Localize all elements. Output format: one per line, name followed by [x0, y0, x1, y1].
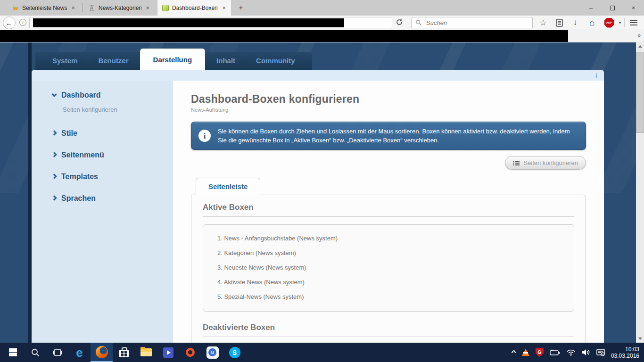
battery-icon[interactable]: [550, 349, 560, 356]
bookmark-star-icon[interactable]: ☆: [537, 17, 549, 28]
tab-separator: [82, 3, 83, 12]
uplay-icon: u: [206, 346, 219, 359]
minimize-button[interactable]: –: [580, 0, 602, 16]
redacted-url: [33, 18, 344, 27]
info-message-box: i Sie können die Boxen durch Ziehen und …: [191, 122, 586, 150]
adblock-plus-icon[interactable]: ABP: [603, 17, 615, 28]
clock-date: 03.03.2016: [611, 353, 639, 359]
acp-wrapper: System Benutzer Darstellung Inhalt Commu…: [32, 42, 604, 343]
skype-icon: S: [229, 347, 240, 358]
skype-button[interactable]: S: [223, 343, 246, 362]
jump-to-bottom-icon[interactable]: ↓: [595, 71, 599, 79]
sortable-box-item[interactable]: 3. Neueste News (News system): [217, 263, 564, 272]
tab-title: News-Kategorien auflisten...: [99, 5, 141, 11]
browser-tab-1[interactable]: w Seitenleiste Newshauptsei... ×: [8, 0, 80, 16]
action-center-icon[interactable]: [596, 349, 605, 356]
tray-expand-icon[interactable]: ^: [511, 349, 516, 356]
chevron-right-icon: [51, 173, 57, 179]
content-header-strip: ↓: [32, 70, 604, 81]
film-tv-icon: [163, 347, 173, 358]
sortable-box-item[interactable]: 5. Spezial-News (News system): [217, 293, 564, 301]
search-box[interactable]: [411, 17, 533, 28]
firefox-button-active[interactable]: [91, 343, 113, 362]
sortable-box-item[interactable]: 1. News - Anfangsbuchstabe (News system): [217, 234, 564, 243]
page-scrollbar[interactable]: [636, 42, 644, 343]
back-button[interactable]: ←: [3, 16, 16, 29]
page-info-icon[interactable]: i: [19, 19, 26, 26]
browser-tab-2[interactable]: News-Kategorien auflisten... ×: [84, 0, 155, 16]
acp-main-nav: System Benutzer Darstellung Inhalt Commu…: [35, 45, 312, 70]
close-button[interactable]: ×: [623, 0, 644, 16]
bookmarks-overflow-icon[interactable]: »: [637, 32, 641, 39]
chevron-right-icon: [51, 152, 57, 157]
vlc-icon[interactable]: [522, 349, 529, 356]
chevron-down-icon: [51, 91, 57, 97]
start-button[interactable]: [2, 343, 24, 362]
scroll-down-arrow[interactable]: [636, 335, 644, 343]
file-explorer-button[interactable]: [135, 343, 157, 362]
scrollbar-thumb[interactable]: [636, 52, 644, 133]
hamburger-icon: [630, 20, 637, 25]
clock-time: 10:03: [611, 346, 639, 353]
seiten-konfigurieren-button[interactable]: Seiten konfigurieren: [505, 156, 586, 170]
section-heading-deaktivierte-boxen: Deaktivierte Boxen: [203, 323, 574, 337]
sidebar-item-dashboard[interactable]: Dashboard: [52, 91, 173, 99]
button-row: Seiten konfigurieren: [191, 156, 586, 170]
store-button[interactable]: [113, 343, 135, 362]
taskbar-clock[interactable]: 10:03 03.03.2016: [611, 346, 639, 359]
taskbar-search-button[interactable]: [24, 343, 46, 362]
film-tv-button[interactable]: [157, 343, 179, 362]
section-heading-aktive-boxen: Aktive Boxen: [203, 203, 574, 217]
tab-seitenleiste[interactable]: Seitenleiste: [196, 178, 260, 195]
task-view-button[interactable]: [46, 343, 68, 362]
home-icon[interactable]: ⌂: [586, 17, 598, 28]
url-bar[interactable]: [29, 17, 392, 28]
uplay-button[interactable]: u: [201, 343, 223, 362]
windows-taskbar: e u S ^ G 10:03: [0, 343, 644, 362]
search-icon: [415, 19, 422, 26]
scroll-up-arrow[interactable]: [636, 42, 644, 50]
nav-tab-community[interactable]: Community: [246, 52, 305, 70]
tab-panel: Aktive Boxen 1. News - Anfangsbuchstabe …: [191, 195, 586, 343]
sidebar-item-stile[interactable]: Stile: [52, 129, 173, 138]
redaction-bar: [0, 30, 568, 42]
nav-tab-benutzer[interactable]: Benutzer: [88, 52, 139, 70]
tab-menu: Seitenleiste Aktive Boxen 1. News - Anfa…: [191, 178, 586, 343]
reload-button[interactable]: [395, 18, 405, 27]
library-icon[interactable]: [553, 17, 565, 28]
volume-icon[interactable]: [582, 349, 590, 356]
nav-tab-darstellung-active[interactable]: Darstellung: [140, 49, 206, 70]
list-icon: [513, 161, 520, 165]
page-subtitle: News-Auflistung: [191, 107, 586, 113]
sidebar-item-seiten-konfigurieren[interactable]: Seiten konfigurieren: [63, 106, 173, 113]
chevron-right-icon: [51, 195, 57, 200]
browser-tab-3-active[interactable]: Dashboard-Boxen konfigu... ×: [157, 0, 231, 16]
sidebar-item-seitenmenue[interactable]: Seitenmenü: [52, 151, 173, 159]
tab-close-icon[interactable]: ×: [145, 4, 150, 11]
origin-button[interactable]: [179, 343, 201, 362]
tab-close-icon[interactable]: ×: [221, 4, 227, 11]
app-favicon: [162, 4, 169, 11]
nav-tab-inhalt[interactable]: Inhalt: [206, 52, 246, 70]
maximize-button[interactable]: [602, 0, 623, 16]
gdata-shield-icon[interactable]: G: [536, 348, 544, 357]
woltlab-logo-icon: w: [12, 4, 19, 11]
search-input[interactable]: [425, 19, 528, 27]
toolbar-separator: [624, 18, 625, 27]
wifi-icon[interactable]: [566, 349, 576, 356]
search-icon: [31, 348, 40, 357]
sidebar-item-templates[interactable]: Templates: [52, 173, 173, 181]
sidebar-item-sprachen[interactable]: Sprachen: [52, 194, 173, 203]
active-boxes-list: 1. News - Anfangsbuchstabe (News system)…: [203, 224, 574, 312]
edge-button[interactable]: e: [68, 343, 91, 362]
store-icon: [119, 350, 129, 357]
downloads-icon[interactable]: ↓: [570, 17, 581, 28]
sortable-box-item[interactable]: 2. Kategorien (News system): [217, 249, 564, 257]
new-tab-button[interactable]: +: [235, 3, 247, 13]
browser-toolbar: ← i ☆ ↓ ⌂ ABP ▾: [0, 16, 644, 29]
nav-tab-system[interactable]: System: [42, 52, 88, 70]
tab-close-icon[interactable]: ×: [70, 4, 76, 11]
page-title: Dashboard-Boxen konfigurieren: [191, 93, 586, 106]
menu-icon[interactable]: [628, 17, 639, 28]
sortable-box-item[interactable]: 4. Aktivste News (News system): [217, 278, 564, 287]
